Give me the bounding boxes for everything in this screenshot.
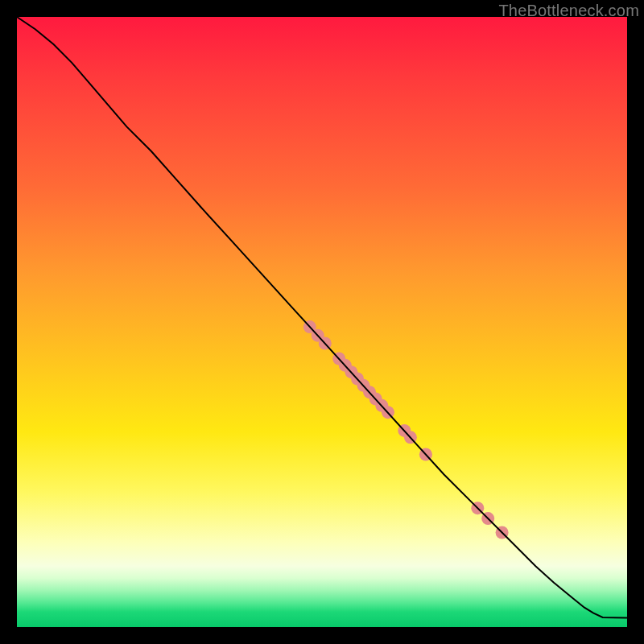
curve-line bbox=[17, 17, 627, 618]
watermark-text: TheBottleneck.com bbox=[498, 2, 639, 20]
chart-overlay bbox=[17, 17, 627, 627]
chart-stage: TheBottleneck.com bbox=[0, 0, 644, 644]
